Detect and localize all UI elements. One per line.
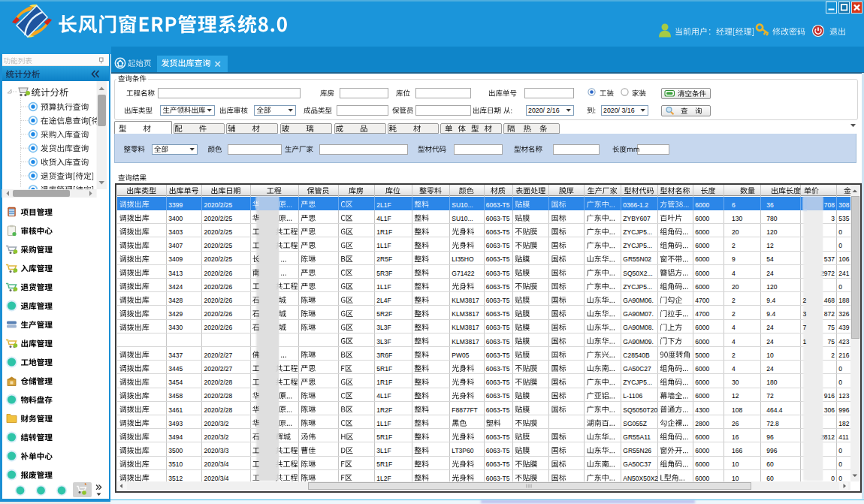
svg-text:6063-T5: 6063-T5 <box>486 406 510 414</box>
svg-text:2L1F: 2L1F <box>376 201 391 209</box>
svg-text:6063-T5: 6063-T5 <box>486 475 510 482</box>
svg-text:60: 60 <box>766 460 774 468</box>
svg-text:GA90M07.: GA90M07. <box>623 310 654 318</box>
svg-text:4L1F: 4L1F <box>376 215 391 222</box>
svg-text:6000: 6000 <box>695 255 709 263</box>
svg-text:3413: 3413 <box>168 270 183 277</box>
svg-text:537: 537 <box>824 255 835 263</box>
svg-text:GR55N26: GR55N26 <box>623 447 651 454</box>
svg-text:3L3F: 3L3F <box>376 324 391 331</box>
svg-text:306: 306 <box>824 406 835 414</box>
svg-text:216: 216 <box>838 352 849 359</box>
svg-text:6000: 6000 <box>695 270 709 277</box>
svg-text:12: 12 <box>732 392 739 400</box>
svg-text:468: 468 <box>824 297 835 304</box>
svg-text:6000: 6000 <box>695 215 709 222</box>
svg-text:6063-T5: 6063-T5 <box>486 215 510 222</box>
svg-text:6000: 6000 <box>695 433 709 441</box>
svg-text:6000: 6000 <box>695 447 709 454</box>
svg-text:3430: 3430 <box>168 324 183 331</box>
svg-text:3424: 3424 <box>168 283 183 291</box>
svg-text:120: 120 <box>766 283 777 291</box>
svg-text:16: 16 <box>732 433 739 441</box>
svg-text:106: 106 <box>838 255 849 263</box>
svg-text:2020/3/3: 2020/3/3 <box>204 447 229 454</box>
svg-text:GA90M08.: GA90M08. <box>623 324 654 331</box>
svg-text:L-1106: L-1106 <box>623 392 642 400</box>
svg-text:2L4F: 2L4F <box>376 297 391 304</box>
svg-text:4: 4 <box>732 270 736 277</box>
svg-text:3399: 3399 <box>168 201 183 209</box>
svg-text:6063-T5: 6063-T5 <box>486 201 510 209</box>
svg-text:423: 423 <box>838 338 849 346</box>
svg-text:10: 10 <box>732 475 739 482</box>
svg-text:2020/2/25: 2020/2/25 <box>204 228 233 236</box>
svg-text:6000: 6000 <box>695 228 709 236</box>
svg-text:3R6F: 3R6F <box>376 352 392 359</box>
svg-text:30: 30 <box>732 379 739 386</box>
svg-text:3461: 3461 <box>168 406 183 414</box>
svg-text:2020/ 3/16: 2020/ 3/16 <box>603 107 635 114</box>
svg-text:464.4: 464.4 <box>766 406 783 414</box>
svg-text:6063-T5: 6063-T5 <box>486 433 510 441</box>
svg-text:780: 780 <box>766 215 777 222</box>
svg-text:KLM3817: KLM3817 <box>452 297 479 304</box>
svg-text:2020/2/27: 2020/2/27 <box>204 365 233 373</box>
svg-text:6000: 6000 <box>695 365 709 373</box>
svg-text:24: 24 <box>766 338 774 346</box>
svg-text:188: 188 <box>838 297 849 304</box>
svg-text:ZYBY607: ZYBY607 <box>623 215 651 222</box>
svg-text:0: 0 <box>838 379 842 386</box>
svg-text:F8877FT: F8877FT <box>452 406 478 414</box>
svg-text:LI35HO: LI35HO <box>452 255 474 263</box>
svg-text:130: 130 <box>732 215 742 222</box>
svg-text:108: 108 <box>732 406 742 414</box>
svg-text:6063-T5: 6063-T5 <box>486 283 510 291</box>
svg-text:0: 0 <box>838 283 842 291</box>
svg-text:0: 0 <box>838 228 842 236</box>
svg-text:5R3F: 5R3F <box>376 270 392 277</box>
svg-text:4: 4 <box>732 324 736 331</box>
svg-text:6063-T5: 6063-T5 <box>486 310 510 318</box>
svg-text:2020/3/4: 2020/3/4 <box>204 475 229 482</box>
svg-text:2020/2/26: 2020/2/26 <box>204 324 233 331</box>
svg-text:411: 411 <box>838 433 849 441</box>
svg-text:166: 166 <box>732 447 742 454</box>
svg-text:0366-1.2: 0366-1.2 <box>623 201 648 209</box>
svg-text:2020/2/28: 2020/2/28 <box>204 406 233 414</box>
svg-text:SU10...: SU10... <box>452 201 473 209</box>
svg-text:5000: 5000 <box>695 352 709 359</box>
svg-text:20: 20 <box>732 283 739 291</box>
svg-text:10: 10 <box>766 352 774 359</box>
svg-text:3437: 3437 <box>168 352 183 359</box>
svg-text:996: 996 <box>838 406 849 414</box>
svg-text:SU10...: SU10... <box>452 215 473 222</box>
svg-text:9: 9 <box>732 255 736 263</box>
svg-text:4L1F: 4L1F <box>376 392 391 400</box>
svg-text:10: 10 <box>732 460 739 468</box>
svg-text:0: 0 <box>838 460 842 468</box>
svg-text:0: 0 <box>838 242 842 249</box>
svg-text:24: 24 <box>766 324 774 331</box>
svg-text:120: 120 <box>766 228 777 236</box>
svg-text:2020/2/25: 2020/2/25 <box>204 215 233 222</box>
svg-text:872: 872 <box>824 310 835 318</box>
svg-text:AN50X50X2: AN50X50X2 <box>623 475 658 482</box>
svg-text:2020/2/28: 2020/2/28 <box>204 379 233 386</box>
svg-text:6063-T5: 6063-T5 <box>486 228 510 236</box>
svg-text:3493: 3493 <box>168 420 183 427</box>
svg-text:2020/2/26: 2020/2/26 <box>204 283 233 291</box>
svg-text:6063-T5: 6063-T5 <box>486 297 510 304</box>
svg-text:72.8: 72.8 <box>766 420 779 427</box>
svg-text:4: 4 <box>732 365 736 373</box>
svg-text:PW05: PW05 <box>452 352 469 359</box>
svg-text:GA90M09.: GA90M09. <box>623 338 654 346</box>
svg-text:916: 916 <box>824 392 835 400</box>
svg-text:3L1F: 3L1F <box>376 447 391 454</box>
svg-text:1L2F: 1L2F <box>376 475 391 482</box>
svg-text:GR55N02: GR55N02 <box>623 255 651 263</box>
svg-text:3512: 3512 <box>168 475 183 482</box>
svg-text:SQ5050T20: SQ5050T20 <box>623 406 657 414</box>
svg-text:12: 12 <box>766 242 774 249</box>
svg-text:20: 20 <box>732 228 739 236</box>
